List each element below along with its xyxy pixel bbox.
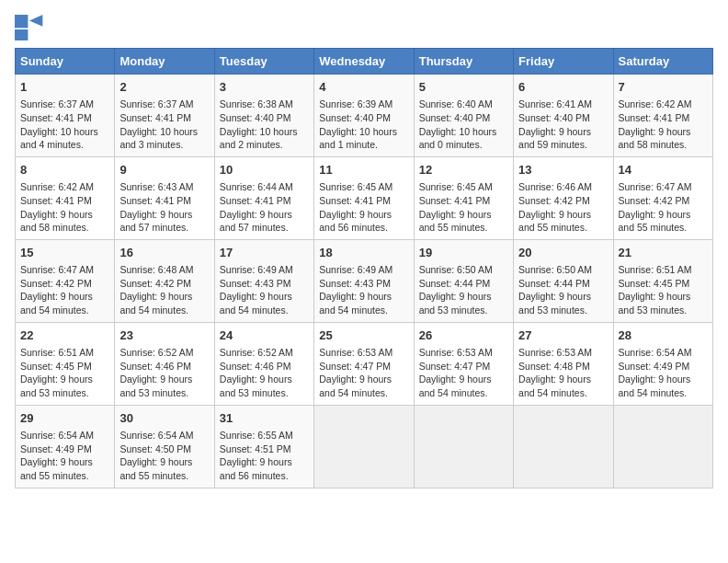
day-detail: Sunrise: 6:51 AMSunset: 4:45 PMDaylight:…	[619, 263, 708, 317]
day-number: 3	[220, 79, 309, 96]
calendar-cell: 6Sunrise: 6:41 AMSunset: 4:40 PMDaylight…	[514, 75, 613, 157]
day-number: 16	[119, 245, 209, 261]
calendar-week-3: 15Sunrise: 6:47 AMSunset: 4:42 PMDayligh…	[16, 239, 713, 322]
weekday-header-tuesday: Tuesday	[214, 49, 313, 75]
day-detail: Sunrise: 6:41 AMSunset: 4:40 PMDaylight:…	[518, 98, 608, 152]
calendar-header: SundayMondayTuesdayWednesdayThursdayFrid…	[16, 49, 713, 75]
day-number: 2	[119, 79, 209, 96]
day-detail: Sunrise: 6:55 AMSunset: 4:51 PMDaylight:…	[220, 429, 309, 483]
day-number: 18	[319, 245, 408, 261]
day-detail: Sunrise: 6:53 AMSunset: 4:47 PMDaylight:…	[319, 346, 408, 400]
day-number: 25	[319, 327, 408, 344]
weekday-header-monday: Monday	[115, 49, 214, 75]
weekday-header-thursday: Thursday	[414, 49, 513, 75]
day-number: 26	[419, 327, 508, 344]
calendar-cell: 8Sunrise: 6:42 AMSunset: 4:41 PMDaylight…	[16, 156, 115, 239]
weekday-header-friday: Friday	[514, 49, 613, 75]
calendar-cell: 23Sunrise: 6:52 AMSunset: 4:46 PMDayligh…	[115, 322, 214, 405]
calendar-table: SundayMondayTuesdayWednesdayThursdayFrid…	[15, 48, 713, 488]
calendar-cell: 1Sunrise: 6:37 AMSunset: 4:41 PMDaylight…	[16, 75, 115, 157]
calendar-week-5: 29Sunrise: 6:54 AMSunset: 4:49 PMDayligh…	[16, 405, 713, 488]
day-number: 9	[119, 162, 209, 178]
day-detail: Sunrise: 6:46 AMSunset: 4:42 PMDaylight:…	[518, 180, 608, 235]
day-detail: Sunrise: 6:52 AMSunset: 4:46 PMDaylight:…	[119, 346, 209, 400]
day-number: 19	[419, 245, 508, 261]
weekday-header-saturday: Saturday	[613, 49, 712, 75]
logo-icon	[15, 15, 44, 40]
calendar-cell: 22Sunrise: 6:51 AMSunset: 4:45 PMDayligh…	[16, 322, 115, 405]
weekday-header-sunday: Sunday	[16, 49, 115, 75]
calendar-cell	[314, 405, 414, 488]
day-number: 28	[619, 327, 708, 344]
day-detail: Sunrise: 6:44 AMSunset: 4:41 PMDaylight:…	[220, 180, 309, 235]
day-number: 31	[220, 410, 309, 427]
day-detail: Sunrise: 6:53 AMSunset: 4:47 PMDaylight:…	[419, 346, 508, 400]
day-number: 6	[518, 79, 608, 96]
day-detail: Sunrise: 6:39 AMSunset: 4:40 PMDaylight:…	[319, 98, 408, 152]
weekday-row: SundayMondayTuesdayWednesdayThursdayFrid…	[16, 49, 713, 75]
calendar-cell: 31Sunrise: 6:55 AMSunset: 4:51 PMDayligh…	[214, 405, 313, 488]
calendar-cell: 18Sunrise: 6:49 AMSunset: 4:43 PMDayligh…	[314, 239, 414, 322]
calendar-cell: 28Sunrise: 6:54 AMSunset: 4:49 PMDayligh…	[613, 322, 712, 405]
day-detail: Sunrise: 6:45 AMSunset: 4:41 PMDaylight:…	[419, 180, 508, 235]
day-number: 30	[119, 410, 209, 427]
svg-rect-1	[15, 29, 28, 40]
day-number: 24	[220, 327, 309, 344]
day-detail: Sunrise: 6:51 AMSunset: 4:45 PMDaylight:…	[20, 346, 109, 400]
day-detail: Sunrise: 6:54 AMSunset: 4:49 PMDaylight:…	[619, 346, 708, 400]
calendar-cell	[613, 405, 712, 488]
day-number: 14	[619, 162, 708, 178]
calendar-cell: 3Sunrise: 6:38 AMSunset: 4:40 PMDaylight…	[214, 75, 313, 157]
calendar-cell: 27Sunrise: 6:53 AMSunset: 4:48 PMDayligh…	[514, 322, 613, 405]
calendar-body: 1Sunrise: 6:37 AMSunset: 4:41 PMDaylight…	[16, 75, 713, 488]
day-number: 27	[518, 327, 608, 344]
day-detail: Sunrise: 6:45 AMSunset: 4:41 PMDaylight:…	[319, 180, 408, 235]
day-number: 15	[20, 245, 109, 261]
day-detail: Sunrise: 6:42 AMSunset: 4:41 PMDaylight:…	[20, 180, 109, 235]
calendar-cell: 11Sunrise: 6:45 AMSunset: 4:41 PMDayligh…	[314, 156, 414, 239]
calendar-cell: 13Sunrise: 6:46 AMSunset: 4:42 PMDayligh…	[514, 156, 613, 239]
day-detail: Sunrise: 6:54 AMSunset: 4:50 PMDaylight:…	[119, 429, 209, 483]
day-detail: Sunrise: 6:53 AMSunset: 4:48 PMDaylight:…	[518, 346, 608, 400]
day-detail: Sunrise: 6:47 AMSunset: 4:42 PMDaylight:…	[20, 263, 109, 317]
day-number: 8	[20, 162, 109, 178]
day-detail: Sunrise: 6:48 AMSunset: 4:42 PMDaylight:…	[119, 263, 209, 317]
day-detail: Sunrise: 6:47 AMSunset: 4:42 PMDaylight:…	[619, 180, 708, 235]
day-detail: Sunrise: 6:37 AMSunset: 4:41 PMDaylight:…	[20, 98, 109, 152]
day-number: 22	[20, 327, 109, 344]
day-number: 7	[619, 79, 708, 96]
calendar-cell: 30Sunrise: 6:54 AMSunset: 4:50 PMDayligh…	[115, 405, 214, 488]
calendar-cell: 12Sunrise: 6:45 AMSunset: 4:41 PMDayligh…	[414, 156, 513, 239]
calendar-cell: 7Sunrise: 6:42 AMSunset: 4:41 PMDaylight…	[613, 75, 712, 157]
calendar-cell: 2Sunrise: 6:37 AMSunset: 4:41 PMDaylight…	[115, 75, 214, 157]
calendar-cell: 17Sunrise: 6:49 AMSunset: 4:43 PMDayligh…	[214, 239, 313, 322]
day-detail: Sunrise: 6:54 AMSunset: 4:49 PMDaylight:…	[20, 429, 109, 483]
day-number: 23	[119, 327, 209, 344]
day-number: 1	[20, 79, 109, 96]
calendar-week-4: 22Sunrise: 6:51 AMSunset: 4:45 PMDayligh…	[16, 322, 713, 405]
calendar-cell: 26Sunrise: 6:53 AMSunset: 4:47 PMDayligh…	[414, 322, 513, 405]
day-number: 5	[419, 79, 508, 96]
svg-rect-0	[15, 15, 28, 28]
calendar-week-1: 1Sunrise: 6:37 AMSunset: 4:41 PMDaylight…	[16, 75, 713, 157]
day-number: 20	[518, 245, 608, 261]
day-number: 4	[319, 79, 408, 96]
calendar-cell	[414, 405, 513, 488]
day-number: 10	[220, 162, 309, 178]
calendar-week-2: 8Sunrise: 6:42 AMSunset: 4:41 PMDaylight…	[16, 156, 713, 239]
day-number: 21	[619, 245, 708, 261]
calendar-cell: 4Sunrise: 6:39 AMSunset: 4:40 PMDaylight…	[314, 75, 414, 157]
day-number: 17	[220, 245, 309, 261]
calendar-cell: 16Sunrise: 6:48 AMSunset: 4:42 PMDayligh…	[115, 239, 214, 322]
day-detail: Sunrise: 6:50 AMSunset: 4:44 PMDaylight:…	[419, 263, 508, 317]
day-detail: Sunrise: 6:49 AMSunset: 4:43 PMDaylight:…	[220, 263, 309, 317]
calendar-cell: 9Sunrise: 6:43 AMSunset: 4:41 PMDaylight…	[115, 156, 214, 239]
day-number: 13	[518, 162, 608, 178]
calendar-cell: 29Sunrise: 6:54 AMSunset: 4:49 PMDayligh…	[16, 405, 115, 488]
day-detail: Sunrise: 6:50 AMSunset: 4:44 PMDaylight:…	[518, 263, 608, 317]
day-detail: Sunrise: 6:52 AMSunset: 4:46 PMDaylight:…	[220, 346, 309, 400]
calendar-cell: 21Sunrise: 6:51 AMSunset: 4:45 PMDayligh…	[613, 239, 712, 322]
day-detail: Sunrise: 6:42 AMSunset: 4:41 PMDaylight:…	[619, 98, 708, 152]
day-number: 11	[319, 162, 408, 178]
calendar-cell: 5Sunrise: 6:40 AMSunset: 4:40 PMDaylight…	[414, 75, 513, 157]
